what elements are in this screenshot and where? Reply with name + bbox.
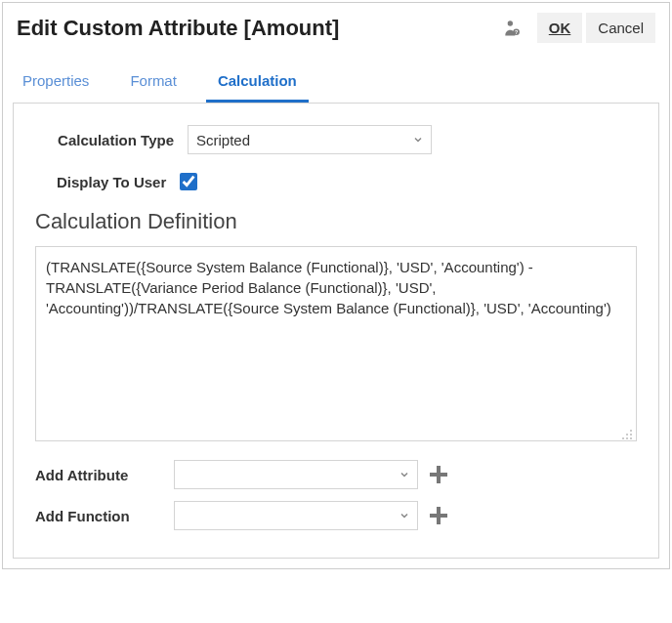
calc-type-select[interactable]: Scripted (188, 125, 432, 154)
display-to-user-row: Display To User (35, 170, 637, 193)
dialog-title: Edit Custom Attribute [Amount] (17, 16, 502, 41)
tab-format[interactable]: Format (124, 64, 183, 103)
add-function-row: Add Function (35, 501, 637, 530)
dialog-edit-custom-attribute: Edit Custom Attribute [Amount] ? OK Canc… (2, 2, 670, 569)
calc-definition-heading: Calculation Definition (35, 209, 637, 234)
calculation-panel: Calculation Type Scripted Display To Use… (13, 103, 659, 559)
calc-definition-textarea[interactable] (35, 246, 637, 441)
add-function-select[interactable] (174, 501, 418, 530)
plus-icon (427, 463, 450, 486)
dialog-header: Edit Custom Attribute [Amount] ? OK Canc… (3, 3, 669, 51)
svg-rect-12 (430, 514, 447, 518)
display-to-user-checkbox[interactable] (180, 173, 197, 190)
add-attribute-button[interactable] (424, 460, 453, 489)
tab-calculation[interactable]: Calculation (212, 64, 303, 103)
ok-button[interactable]: OK (537, 13, 583, 43)
calc-type-value: Scripted (188, 125, 432, 154)
tab-properties[interactable]: Properties (17, 64, 95, 103)
add-function-label: Add Function (35, 508, 174, 524)
add-function-button[interactable] (424, 501, 453, 530)
add-attribute-value (174, 460, 418, 489)
svg-text:?: ? (515, 29, 518, 35)
calc-type-label: Calculation Type (35, 132, 188, 148)
cancel-button[interactable]: Cancel (586, 13, 655, 43)
calc-type-row: Calculation Type Scripted (35, 125, 637, 154)
tab-bar: Properties Format Calculation (3, 64, 669, 103)
add-attribute-select[interactable] (174, 460, 418, 489)
plus-icon (427, 504, 450, 527)
formula-wrap (35, 246, 637, 444)
display-to-user-label: Display To User (35, 174, 176, 190)
svg-rect-10 (430, 473, 447, 477)
add-attribute-row: Add Attribute (35, 460, 637, 489)
user-help-icon[interactable]: ? (502, 19, 522, 38)
add-attribute-label: Add Attribute (35, 467, 174, 483)
svg-point-0 (507, 21, 512, 25)
add-function-value (174, 501, 418, 530)
